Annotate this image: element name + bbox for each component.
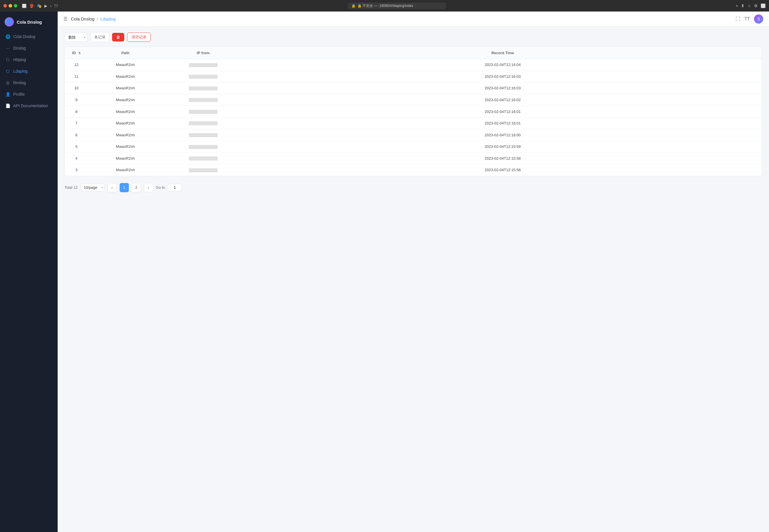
sidebar-item-label: Httplog: [13, 57, 26, 62]
cell-path: MwaoR2nh: [88, 71, 163, 82]
pagination-bar: Total 12 10/page20/page50/page ▾ ‹ 1 2 ›…: [65, 182, 762, 193]
brand-name: Cola Dnslog: [17, 20, 42, 24]
rmi-icon: ◎: [5, 80, 10, 85]
close-button[interactable]: [3, 4, 7, 7]
table-row: 6 MwaoR2nh 2023-02-04T12:16:00: [65, 129, 762, 141]
address-bar[interactable]: 🔒 🔒 不安全 — :18080/#/ldaplog/index: [348, 3, 446, 9]
avatar[interactable]: S: [754, 14, 763, 24]
header-left: ☰ Cola Dnslog / Ldaplog: [63, 16, 116, 22]
sidebar-item-label: Dnslog: [13, 46, 26, 50]
sidebar-brand[interactable]: 🌐 Cola Dnslog: [0, 14, 58, 31]
page-size-select[interactable]: 10/page20/page50/page: [81, 184, 105, 191]
sidebar-item-ldaplog[interactable]: ⬡ Ldaplog: [2, 66, 55, 77]
cell-id: 12: [65, 59, 88, 71]
clear-button[interactable]: 清空记录: [127, 33, 151, 42]
action-select[interactable]: 删除: [65, 33, 88, 42]
dns-icon: ···: [5, 46, 10, 51]
sidebar-toggle-icon[interactable]: ⬜: [22, 4, 27, 8]
col-header-ip: IP from: [163, 47, 244, 59]
shield-icon[interactable]: 🛡: [54, 4, 58, 8]
table-row: 3 MwaoR2nh 2023-02-04T12:15:58: [65, 164, 762, 176]
cell-id: 9: [65, 94, 88, 106]
table-row: 9 MwaoR2nh 2023-02-04T12:16:02: [65, 94, 762, 106]
sidebar-item-label: Profile: [13, 92, 25, 97]
cell-id: 3: [65, 164, 88, 176]
hamburger-icon[interactable]: ☰: [63, 16, 67, 22]
sidebar-item-label: API Documentation: [13, 103, 48, 108]
doc-icon: 📄: [5, 103, 10, 108]
share-icon[interactable]: ⬆: [741, 3, 745, 8]
extension-icon[interactable]: 👺: [29, 4, 34, 8]
sidebar-item-cola-dnslog[interactable]: 🌐 Cola Dnslog: [2, 31, 55, 42]
data-table: ID ⇅ Path IP from Record Time 12 MwaoR2n…: [65, 47, 762, 176]
bookmark-icon[interactable]: ☆: [747, 3, 751, 8]
cell-id: 6: [65, 129, 88, 141]
titlebar: ⬜ 👺 🎭 ▶ ‹ 🛡 🔒 🔒 不安全 — :18080/#/ldaplog/i…: [0, 0, 769, 12]
sidebar-item-profile[interactable]: 👤 Profile: [2, 89, 55, 100]
maximize-button[interactable]: [14, 4, 17, 7]
cell-id: 7: [65, 117, 88, 129]
back-icon[interactable]: ‹: [50, 4, 51, 8]
prev-page-button[interactable]: ‹: [108, 183, 117, 192]
cell-path: MwaoR2nh: [88, 129, 163, 141]
traffic-lights: [3, 4, 17, 7]
sidebar-item-api-documentation[interactable]: 📄 API Documentation: [2, 100, 55, 111]
cell-ip: [163, 94, 244, 106]
cell-path: MwaoR2nh: [88, 82, 163, 94]
address-bar-container: 🔒 🔒 不安全 — :18080/#/ldaplog/index: [60, 3, 733, 9]
table-row: 5 MwaoR2nh 2023-02-04T12:15:59: [65, 141, 762, 152]
cell-ip: [163, 71, 244, 82]
goto-input[interactable]: [168, 184, 182, 191]
breadcrumb-root[interactable]: Cola Dnslog: [71, 16, 95, 21]
play-icon[interactable]: ▶: [44, 4, 47, 8]
cell-time: 2023-02-04T12:16:03: [244, 71, 762, 82]
settings-icon[interactable]: ⚙: [754, 3, 758, 8]
cell-id: 5: [65, 141, 88, 152]
cell-time: 2023-02-04T12:16:04: [244, 59, 762, 71]
cell-time: 2023-02-04T12:16:01: [244, 117, 762, 129]
action-select-wrapper: 删除 ▾: [65, 33, 88, 42]
page-1-button[interactable]: 1: [120, 183, 129, 192]
table-body: 12 MwaoR2nh 2023-02-04T12:16:04 11 MwaoR…: [65, 59, 762, 176]
delete-button[interactable]: 🗑: [112, 33, 124, 41]
ldap-icon: ⬡: [5, 69, 10, 74]
new-tab-icon[interactable]: +: [736, 3, 738, 8]
sidebar-item-dnslog[interactable]: ··· Dnslog: [2, 43, 55, 54]
cell-time: 2023-02-04T12:16:03: [244, 82, 762, 94]
cell-id: 11: [65, 71, 88, 82]
col-header-time: Record Time: [244, 47, 762, 59]
sidebar-item-httplog[interactable]: ⬡ Httplog: [2, 54, 55, 65]
sort-icon[interactable]: ⇅: [78, 51, 81, 55]
font-size-icon[interactable]: TT: [744, 16, 750, 22]
cell-time: 2023-02-04T12:15:59: [244, 141, 762, 152]
sidebar-nav: 🌐 Cola Dnslog ··· Dnslog ⬡ Httplog ⬡ Lda…: [0, 31, 58, 111]
col-header-path: Path: [88, 47, 163, 59]
cell-ip: [163, 106, 244, 118]
cell-time: 2023-02-04T12:15:58: [244, 164, 762, 176]
table-row: 4 MwaoR2nh 2023-02-04T12:15:58: [65, 152, 762, 164]
brand-icon: 🌐: [5, 17, 14, 27]
cell-id: 8: [65, 106, 88, 118]
table-row: 7 MwaoR2nh 2023-02-04T12:16:01: [65, 117, 762, 129]
extensions-icon[interactable]: ⬜: [761, 3, 766, 8]
sidebar: 🌐 Cola Dnslog 🌐 Cola Dnslog ··· Dnslog ⬡…: [0, 12, 58, 532]
cell-path: MwaoR2nh: [88, 152, 163, 164]
cell-ip: [163, 164, 244, 176]
cell-time: 2023-02-04T12:16:02: [244, 94, 762, 106]
col-header-id: ID ⇅: [65, 47, 88, 59]
lock-icon: 🔒: [351, 4, 356, 8]
sidebar-item-rmilog[interactable]: ◎ Rmilog: [2, 77, 55, 88]
next-page-button[interactable]: ›: [144, 183, 153, 192]
ldaplog-table: ID ⇅ Path IP from Record Time 12 MwaoR2n…: [65, 47, 762, 176]
minimize-button[interactable]: [9, 4, 12, 7]
table-row: 10 MwaoR2nh 2023-02-04T12:16:03: [65, 82, 762, 94]
http-icon: ⬡: [5, 57, 10, 62]
main-content: ☰ Cola Dnslog / Ldaplog ⛶ TT S 删除 ▾: [58, 12, 769, 532]
breadcrumb: Cola Dnslog / Ldaplog: [71, 16, 116, 21]
extension-icon-2[interactable]: 🎭: [37, 4, 42, 8]
page-2-button[interactable]: 2: [132, 183, 141, 192]
table-row: 11 MwaoR2nh 2023-02-04T12:16:03: [65, 71, 762, 82]
fullscreen-icon[interactable]: ⛶: [736, 16, 740, 22]
cell-path: MwaoR2nh: [88, 94, 163, 106]
record-count-label: 条记录: [91, 32, 109, 42]
